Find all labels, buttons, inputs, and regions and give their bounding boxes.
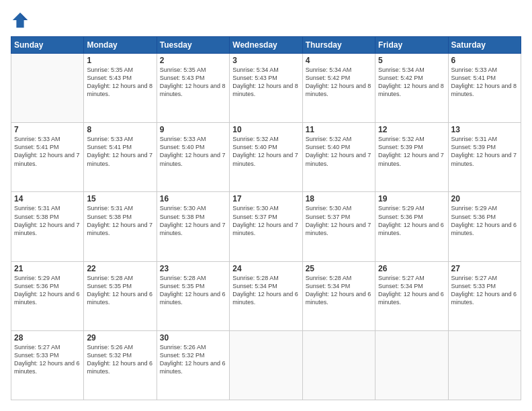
day-info: Sunrise: 5:26 AMSunset: 5:32 PMDaylight:…: [87, 343, 153, 376]
day-info: Sunrise: 5:30 AMSunset: 5:37 PMDaylight:…: [232, 204, 299, 237]
day-number: 28: [14, 333, 81, 342]
day-of-week-header: Saturday: [448, 37, 521, 54]
day-number: 1: [87, 56, 153, 65]
day-number: 18: [306, 194, 372, 203]
day-number: 13: [451, 125, 518, 134]
day-number: 26: [378, 264, 445, 273]
day-info: Sunrise: 5:32 AMSunset: 5:39 PMDaylight:…: [378, 135, 445, 168]
calendar-cell: 13Sunrise: 5:31 AMSunset: 5:39 PMDayligh…: [448, 123, 521, 192]
day-number: 15: [87, 194, 153, 203]
calendar-cell: 26Sunrise: 5:27 AMSunset: 5:34 PMDayligh…: [375, 261, 448, 330]
day-number: 25: [306, 264, 372, 273]
calendar-cell: 2Sunrise: 5:35 AMSunset: 5:43 PMDaylight…: [157, 54, 229, 123]
day-number: 23: [160, 264, 226, 273]
day-number: 5: [378, 56, 445, 65]
calendar-cell: 8Sunrise: 5:33 AMSunset: 5:41 PMDaylight…: [84, 123, 157, 192]
day-info: Sunrise: 5:27 AMSunset: 5:34 PMDaylight:…: [378, 274, 445, 307]
day-of-week-header: Friday: [375, 37, 448, 54]
calendar-cell: 14Sunrise: 5:31 AMSunset: 5:38 PMDayligh…: [11, 192, 84, 261]
calendar-cell: 1Sunrise: 5:35 AMSunset: 5:43 PMDaylight…: [84, 54, 157, 123]
day-number: 17: [232, 194, 299, 203]
logo-icon: [11, 11, 30, 30]
calendar-cell: [230, 330, 302, 400]
day-info: Sunrise: 5:33 AMSunset: 5:41 PMDaylight:…: [451, 66, 518, 99]
calendar-table: SundayMondayTuesdayWednesdayThursdayFrid…: [11, 36, 521, 400]
calendar-body: 1Sunrise: 5:35 AMSunset: 5:43 PMDaylight…: [11, 54, 521, 400]
calendar-cell: 6Sunrise: 5:33 AMSunset: 5:41 PMDaylight…: [448, 54, 521, 123]
day-info: Sunrise: 5:28 AMSunset: 5:35 PMDaylight:…: [87, 274, 153, 307]
day-number: 20: [451, 194, 518, 203]
calendar-cell: [448, 330, 521, 400]
day-number: 24: [232, 264, 299, 273]
day-number: 4: [306, 56, 372, 65]
logo: [11, 11, 32, 30]
day-of-week-header: Thursday: [302, 37, 375, 54]
day-info: Sunrise: 5:27 AMSunset: 5:33 PMDaylight:…: [14, 343, 81, 376]
calendar-cell: [375, 330, 448, 400]
day-number: 9: [160, 125, 226, 134]
day-number: 12: [378, 125, 445, 134]
calendar-cell: 30Sunrise: 5:26 AMSunset: 5:32 PMDayligh…: [157, 330, 229, 400]
day-info: Sunrise: 5:35 AMSunset: 5:43 PMDaylight:…: [160, 66, 226, 99]
day-of-week-header: Wednesday: [230, 37, 302, 54]
calendar-cell: 5Sunrise: 5:34 AMSunset: 5:42 PMDaylight…: [375, 54, 448, 123]
day-number: 3: [232, 56, 299, 65]
day-info: Sunrise: 5:35 AMSunset: 5:43 PMDaylight:…: [87, 66, 153, 99]
calendar-cell: 15Sunrise: 5:31 AMSunset: 5:38 PMDayligh…: [84, 192, 157, 261]
day-info: Sunrise: 5:34 AMSunset: 5:42 PMDaylight:…: [378, 66, 445, 99]
calendar-cell: 22Sunrise: 5:28 AMSunset: 5:35 PMDayligh…: [84, 261, 157, 330]
calendar-week-row: 14Sunrise: 5:31 AMSunset: 5:38 PMDayligh…: [11, 192, 521, 261]
day-info: Sunrise: 5:26 AMSunset: 5:32 PMDaylight:…: [160, 343, 226, 376]
day-info: Sunrise: 5:28 AMSunset: 5:34 PMDaylight:…: [232, 274, 299, 307]
day-info: Sunrise: 5:28 AMSunset: 5:34 PMDaylight:…: [306, 274, 372, 307]
calendar-cell: 19Sunrise: 5:29 AMSunset: 5:36 PMDayligh…: [375, 192, 448, 261]
day-number: 7: [14, 125, 81, 134]
day-number: 29: [87, 333, 153, 342]
day-number: 2: [160, 56, 226, 65]
day-info: Sunrise: 5:29 AMSunset: 5:36 PMDaylight:…: [14, 274, 81, 307]
day-number: 27: [451, 264, 518, 273]
calendar-cell: 20Sunrise: 5:29 AMSunset: 5:36 PMDayligh…: [448, 192, 521, 261]
day-info: Sunrise: 5:29 AMSunset: 5:36 PMDaylight:…: [378, 204, 445, 237]
page: SundayMondayTuesdayWednesdayThursdayFrid…: [0, 0, 532, 411]
calendar-cell: 21Sunrise: 5:29 AMSunset: 5:36 PMDayligh…: [11, 261, 84, 330]
calendar-cell: 10Sunrise: 5:32 AMSunset: 5:40 PMDayligh…: [230, 123, 302, 192]
calendar-cell: 24Sunrise: 5:28 AMSunset: 5:34 PMDayligh…: [230, 261, 302, 330]
header: [11, 11, 521, 30]
day-number: 30: [160, 333, 226, 342]
day-info: Sunrise: 5:29 AMSunset: 5:36 PMDaylight:…: [451, 204, 518, 237]
calendar-cell: 17Sunrise: 5:30 AMSunset: 5:37 PMDayligh…: [230, 192, 302, 261]
calendar-cell: 16Sunrise: 5:30 AMSunset: 5:38 PMDayligh…: [157, 192, 229, 261]
day-info: Sunrise: 5:33 AMSunset: 5:41 PMDaylight:…: [14, 135, 81, 168]
day-info: Sunrise: 5:31 AMSunset: 5:38 PMDaylight:…: [14, 204, 81, 237]
day-info: Sunrise: 5:32 AMSunset: 5:40 PMDaylight:…: [306, 135, 372, 168]
calendar-cell: 18Sunrise: 5:30 AMSunset: 5:37 PMDayligh…: [302, 192, 375, 261]
day-info: Sunrise: 5:28 AMSunset: 5:35 PMDaylight:…: [160, 274, 226, 307]
day-number: 10: [232, 125, 299, 134]
calendar-cell: 23Sunrise: 5:28 AMSunset: 5:35 PMDayligh…: [157, 261, 229, 330]
day-number: 8: [87, 125, 153, 134]
day-number: 16: [160, 194, 226, 203]
day-info: Sunrise: 5:33 AMSunset: 5:41 PMDaylight:…: [87, 135, 153, 168]
day-of-week-header: Tuesday: [157, 37, 229, 54]
calendar-cell: 7Sunrise: 5:33 AMSunset: 5:41 PMDaylight…: [11, 123, 84, 192]
day-info: Sunrise: 5:32 AMSunset: 5:40 PMDaylight:…: [232, 135, 299, 168]
calendar-week-row: 28Sunrise: 5:27 AMSunset: 5:33 PMDayligh…: [11, 330, 521, 400]
calendar-cell: 4Sunrise: 5:34 AMSunset: 5:42 PMDaylight…: [302, 54, 375, 123]
day-of-week-header: Sunday: [11, 37, 84, 54]
day-info: Sunrise: 5:30 AMSunset: 5:37 PMDaylight:…: [306, 204, 372, 237]
calendar-week-row: 1Sunrise: 5:35 AMSunset: 5:43 PMDaylight…: [11, 54, 521, 123]
calendar-week-row: 7Sunrise: 5:33 AMSunset: 5:41 PMDaylight…: [11, 123, 521, 192]
day-info: Sunrise: 5:34 AMSunset: 5:43 PMDaylight:…: [232, 66, 299, 99]
day-info: Sunrise: 5:30 AMSunset: 5:38 PMDaylight:…: [160, 204, 226, 237]
day-number: 6: [451, 56, 518, 65]
calendar-cell: 29Sunrise: 5:26 AMSunset: 5:32 PMDayligh…: [84, 330, 157, 400]
calendar-cell: 12Sunrise: 5:32 AMSunset: 5:39 PMDayligh…: [375, 123, 448, 192]
day-info: Sunrise: 5:33 AMSunset: 5:40 PMDaylight:…: [160, 135, 226, 168]
calendar-week-row: 21Sunrise: 5:29 AMSunset: 5:36 PMDayligh…: [11, 261, 521, 330]
calendar-cell: 28Sunrise: 5:27 AMSunset: 5:33 PMDayligh…: [11, 330, 84, 400]
day-number: 19: [378, 194, 445, 203]
day-number: 22: [87, 264, 153, 273]
day-of-week-row: SundayMondayTuesdayWednesdayThursdayFrid…: [11, 37, 521, 54]
calendar-cell: [302, 330, 375, 400]
